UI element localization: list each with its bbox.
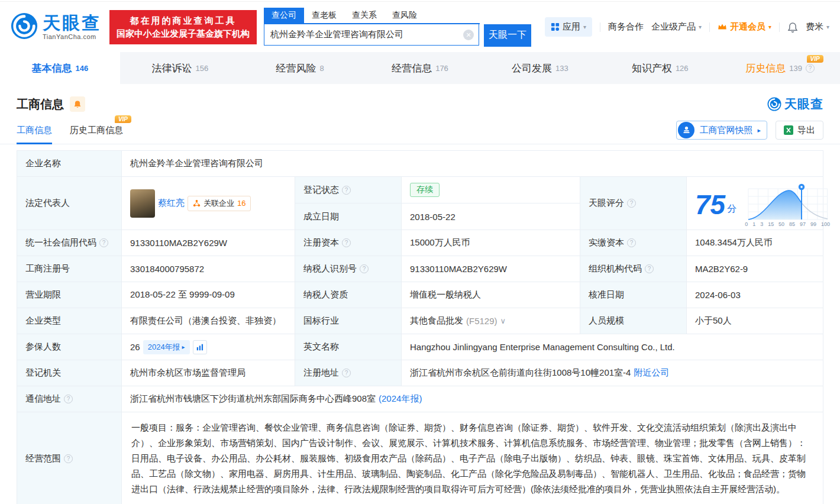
subtab-business-registration[interactable]: 工商信息 xyxy=(17,125,52,144)
reg-capital-value: 15000万人民币 xyxy=(402,230,580,256)
help-icon[interactable]: ? xyxy=(627,238,636,247)
credit-code-label: 统一社会信用代码? xyxy=(17,230,122,256)
score-axis-ticks: 0131550859799100 xyxy=(744,221,831,227)
tab-operation-risk[interactable]: 经营风险 8 xyxy=(240,52,360,84)
reg-capital-label: 注册资本? xyxy=(295,230,402,256)
tianyancha-logo[interactable]: 天眼查 TianYanCha.com xyxy=(11,12,101,42)
tab-legal-cases[interactable]: 法律诉讼 156 xyxy=(120,52,240,84)
tab-count: 156 xyxy=(195,64,208,73)
export-button[interactable]: 导出 xyxy=(776,121,823,140)
tab-label: 经营信息 xyxy=(392,62,432,75)
insured-label: 参保人数 xyxy=(17,334,122,360)
promo-line2: 国家中小企业发展子基金旗下机构 xyxy=(117,27,250,40)
establish-date-label: 成立日期 xyxy=(295,203,402,230)
search-tabs: 查公司 查老板 查关系 查风险 xyxy=(264,8,480,24)
tab-company-development[interactable]: 公司发展 133 xyxy=(480,52,600,84)
table-row: 经营范围? 一般项目：服务：企业管理咨询、餐饮企业管理、商务信息咨询（除证券、期… xyxy=(17,412,823,504)
help-icon[interactable]: ? xyxy=(806,64,815,73)
crown-icon xyxy=(718,22,727,32)
tab-business-info[interactable]: 经营信息 176 xyxy=(360,52,480,84)
expand-chevron-icon[interactable]: ∨ xyxy=(500,316,506,325)
business-term-label: 营业期限 xyxy=(17,282,122,308)
company-nav-tabs: 基本信息 146 法律诉讼 156 经营风险 8 经营信息 176 公司发展 1… xyxy=(0,52,840,84)
related-companies-label: 关联企业 xyxy=(203,198,234,209)
official-snapshot-button[interactable]: 工商官网快照 ▸ xyxy=(676,121,767,140)
help-icon[interactable]: ? xyxy=(342,238,351,247)
mail-address-value: 浙江省杭州市钱塘区下沙街道杭州东部国际商务中心西峰908室 (2024年报) xyxy=(122,386,823,412)
search-tab-relation[interactable]: 查关系 xyxy=(344,8,385,23)
search-tab-company[interactable]: 查公司 xyxy=(264,8,304,23)
apps-menu[interactable]: 应用 ▾ xyxy=(545,17,592,37)
help-icon[interactable]: ? xyxy=(64,395,73,403)
legal-rep-label: 法定代表人 xyxy=(17,177,122,230)
company-name-value: 杭州金羚羊企业管理咨询有限公司 xyxy=(122,151,823,176)
apps-label: 应用 xyxy=(563,21,580,33)
chevron-down-icon: ▾ xyxy=(699,24,702,30)
bell-icon xyxy=(73,100,82,108)
search-button[interactable]: 天眼一下 xyxy=(484,24,531,47)
score-value: 75 分 xyxy=(687,177,839,230)
table-row: 营业期限 2018-05-22 至 9999-09-09 纳税人资质 增值税一般… xyxy=(17,282,823,308)
export-label: 导出 xyxy=(797,125,815,136)
table-row: 工商注册号 330184000795872 纳税人识别号? 91330110MA… xyxy=(17,256,823,282)
table-row: 企业类型 有限责任公司（港澳台投资、非独资） 国标行业 其他食品批发 (F512… xyxy=(17,308,823,334)
insured-trend-button[interactable] xyxy=(193,340,207,354)
help-icon[interactable]: ? xyxy=(360,264,369,273)
help-icon[interactable]: ? xyxy=(342,186,351,195)
legal-rep-photo[interactable] xyxy=(130,189,155,218)
help-icon[interactable]: ? xyxy=(64,454,73,463)
subtab-history-registration[interactable]: VIP 历史工商信息 xyxy=(70,125,123,144)
help-icon[interactable]: ? xyxy=(342,369,351,377)
help-icon[interactable]: ? xyxy=(645,264,654,273)
tab-intellectual-property[interactable]: 知识产权 126 xyxy=(600,52,720,84)
search-tab-boss[interactable]: 查老板 xyxy=(304,8,344,23)
annual-report-link[interactable]: (2024年报) xyxy=(379,393,422,405)
user-menu[interactable]: 费米 ▾ xyxy=(806,21,829,33)
subscribe-bell-button[interactable] xyxy=(70,96,85,112)
tab-label: 基本信息 xyxy=(32,62,72,75)
search-tab-risk[interactable]: 查风险 xyxy=(385,8,425,23)
taxpayer-quality-label: 纳税人资质 xyxy=(295,282,402,308)
annual-report-badge[interactable]: 2024年报▸ xyxy=(143,340,190,354)
section-head: 工商信息 天眼查 xyxy=(0,84,840,112)
top-menu: 应用 ▾ 商务合作 企业级产品 ▾ 开通会员 ▾ 费米 ▾ xyxy=(545,17,829,37)
business-scope-label: 经营范围? xyxy=(17,412,122,504)
chevron-down-icon: ▾ xyxy=(768,24,771,30)
establish-date-value: 2018-05-22 xyxy=(402,203,580,230)
help-icon[interactable]: ? xyxy=(627,199,636,208)
brand-watermark: 天眼查 xyxy=(767,96,823,112)
vip-badge: VIP xyxy=(807,55,823,63)
nearby-companies-link[interactable]: 附近公司 xyxy=(634,367,669,379)
company-name-label: 企业名称 xyxy=(17,151,122,176)
notification-bell[interactable] xyxy=(787,22,798,33)
staff-size-value: 小于50人 xyxy=(687,308,823,334)
chevron-down-icon: ▾ xyxy=(826,24,829,30)
industry-value: 其他食品批发 (F5129) ∨ xyxy=(402,308,580,334)
business-scope-value: 一般项目：服务：企业管理咨询、餐饮企业管理、商务信息咨询（除证券、期货）、财务信… xyxy=(122,412,823,504)
tab-count: 126 xyxy=(676,64,689,73)
enterprise-menu[interactable]: 企业级产品 ▾ xyxy=(651,21,702,33)
reg-status-value: 存续 xyxy=(402,177,580,203)
subtabs-row: 工商信息 VIP 历史工商信息 工商官网快照 ▸ 导出 xyxy=(0,117,840,144)
cooperation-menu[interactable]: 商务合作 xyxy=(608,21,644,33)
related-companies-badge[interactable]: 关联企业 16 xyxy=(188,196,251,211)
taxpayer-quality-value: 增值税一般纳税人 xyxy=(402,282,580,308)
table-row: 登记机关 杭州市余杭区市场监督管理局 注册地址? 浙江省杭州市余杭区仓前街道向往… xyxy=(17,360,823,386)
tab-history-info[interactable]: VIP 历史信息 139 ? xyxy=(720,52,840,84)
tab-count: 146 xyxy=(76,64,89,73)
arrow-right-icon: ▸ xyxy=(182,344,185,350)
reg-number-label: 工商注册号 xyxy=(17,256,122,282)
table-row: 通信地址? 浙江省杭州市钱塘区下沙街道杭州东部国际商务中心西峰908室 (202… xyxy=(17,386,823,412)
table-row: 参保人数 26 2024年报▸ 英文名称 Hangzhou Jinlingyan… xyxy=(17,334,823,360)
english-name-label: 英文名称 xyxy=(295,334,402,360)
tab-basic-info[interactable]: 基本信息 146 xyxy=(0,52,120,84)
search-input[interactable] xyxy=(264,24,479,45)
clear-icon[interactable]: ✕ xyxy=(463,30,474,40)
tab-count: 139 xyxy=(789,64,802,73)
vip-upgrade-menu[interactable]: 开通会员 ▾ xyxy=(718,21,771,33)
username-label: 费米 xyxy=(806,21,823,33)
legal-rep-name-link[interactable]: 蔡红亮 xyxy=(158,198,185,209)
help-icon[interactable]: ? xyxy=(99,238,108,247)
paid-capital-label: 实缴资本? xyxy=(580,230,687,256)
table-row: 统一社会信用代码? 91330110MA2B2Y629W 注册资本? 15000… xyxy=(17,230,823,256)
